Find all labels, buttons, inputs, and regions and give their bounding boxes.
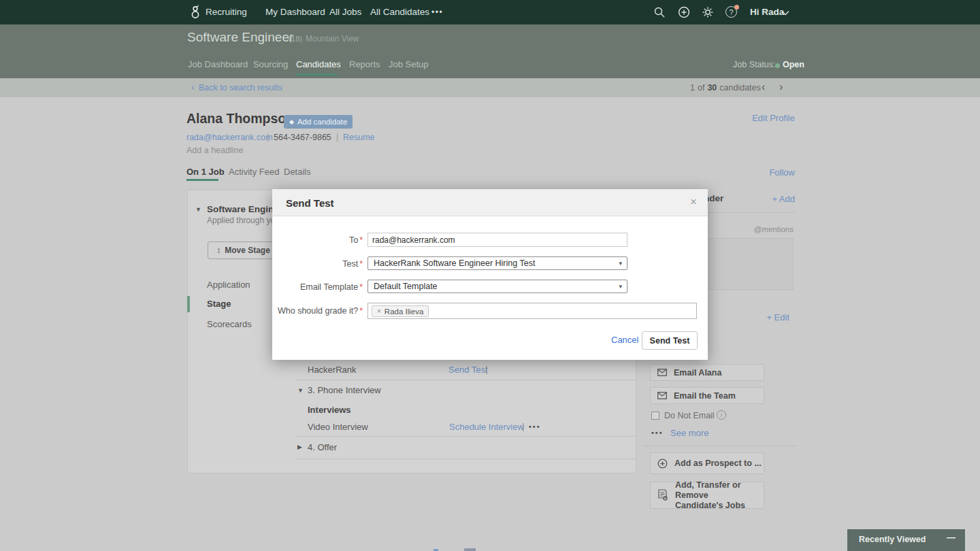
required-marker: *: [359, 306, 363, 316]
resume-link[interactable]: Resume: [343, 133, 375, 142]
add-icon[interactable]: [678, 6, 690, 18]
see-more-link[interactable]: See more: [670, 428, 708, 438]
add-transfer-remove-button[interactable]: Add, Transfer or Remove Candidate's Jobs: [650, 482, 764, 509]
panel-nav-stage[interactable]: Stage: [207, 299, 231, 309]
panel-nav-application[interactable]: Application: [207, 280, 250, 290]
divider: [297, 436, 636, 437]
email-candidate-button[interactable]: Email Alana: [650, 364, 764, 381]
headline-placeholder[interactable]: Add a headline: [186, 146, 243, 155]
greenhouse-logo-icon[interactable]: [188, 5, 203, 20]
modal-header: Send Test ×: [272, 189, 708, 216]
page: Recruiting My Dashboard All Jobs All Can…: [0, 0, 980, 551]
nav-item-all-candidates[interactable]: All Candidates: [370, 0, 429, 24]
tab-job-setup[interactable]: Job Setup: [389, 59, 429, 69]
edit-profile-link[interactable]: Edit Profile: [752, 113, 795, 123]
interviews-heading: Interviews: [308, 405, 351, 415]
page-label: candidates: [719, 83, 760, 93]
separator: |: [522, 421, 524, 431]
email-template-label: Email Template*: [272, 282, 363, 292]
separator: |: [485, 364, 487, 374]
collapse-icon[interactable]: ▼: [297, 387, 304, 394]
expand-icon[interactable]: ▶: [297, 444, 302, 450]
grader-input[interactable]: × Rada Ilieva: [368, 303, 697, 319]
edit-link[interactable]: + Edit: [766, 312, 789, 322]
applied-via: Applied through you: [207, 216, 280, 225]
tab-sourcing[interactable]: Sourcing: [253, 59, 288, 69]
video-interview-label: Video Interview: [308, 422, 368, 432]
prev-candidate-icon[interactable]: ‹: [762, 81, 765, 93]
schedule-interview-link[interactable]: Schedule Interview: [449, 422, 524, 432]
move-stage-button[interactable]: ↕ Move Stage: [208, 241, 279, 259]
follow-link[interactable]: Follow: [769, 167, 795, 178]
do-not-email-checkbox[interactable]: [651, 412, 659, 420]
tab-on-1-job[interactable]: On 1 Job: [186, 167, 225, 177]
nav-more-icon[interactable]: •••: [431, 0, 443, 24]
close-icon[interactable]: ×: [690, 195, 697, 209]
page-of: of: [698, 83, 704, 93]
test-select[interactable]: HackerRank Software Engineer Hiring Test…: [368, 256, 627, 270]
active-tab-underline: [186, 179, 218, 181]
add-transfer-remove-label: Add, Transfer or Remove Candidate's Jobs: [675, 480, 764, 511]
search-icon[interactable]: [653, 6, 666, 18]
job-status-value: Open: [783, 60, 804, 69]
plus-circle-icon: [657, 458, 668, 469]
divider: [297, 380, 636, 380]
tab-reports[interactable]: Reports: [349, 59, 380, 69]
nav-item-my-dashboard[interactable]: My Dashboard: [265, 0, 325, 24]
job-title: Software Engineer: [187, 30, 293, 45]
send-test-button[interactable]: Send Test: [642, 331, 698, 350]
recently-viewed-title: Recently Viewed: [859, 535, 926, 544]
caret-down-icon: ▾: [619, 283, 622, 290]
collapse-icon[interactable]: ▼: [195, 206, 201, 213]
panel-nav-scorecards[interactable]: Scorecards: [207, 319, 252, 329]
add-candidate-label: Add candidate: [297, 118, 348, 126]
chevron-down-icon[interactable]: [781, 10, 789, 16]
active-tab-underline: [296, 73, 337, 76]
status-dot: [775, 63, 780, 68]
nav-item-all-jobs[interactable]: All Jobs: [329, 0, 361, 24]
user-menu[interactable]: Hi Rada: [750, 0, 784, 24]
email-team-button[interactable]: Email the Team: [650, 387, 764, 404]
tab-candidates[interactable]: Candidates: [296, 59, 341, 69]
chip-remove-icon[interactable]: ×: [377, 307, 381, 315]
move-stage-label: Move Stage: [225, 246, 270, 255]
add-as-prospect-label: Add as Prospect to ...: [674, 458, 762, 468]
move-updown-icon: ↕: [216, 246, 220, 255]
add-reminder-link[interactable]: + Add: [772, 194, 795, 204]
add-candidate-badge[interactable]: ◆ Add candidate: [284, 115, 353, 129]
tab-job-dashboard[interactable]: Job Dashboard: [188, 59, 248, 69]
cancel-button[interactable]: Cancel: [611, 335, 638, 345]
send-test-modal: Send Test × To* Test* HackerRank Softwar…: [272, 189, 708, 360]
page-total: 30: [707, 83, 717, 93]
test-label: Test*: [272, 259, 363, 269]
required-marker: *: [359, 282, 363, 292]
next-candidate-icon[interactable]: ›: [779, 81, 783, 93]
required-marker: *: [359, 259, 363, 269]
app-title: Recruiting: [206, 0, 247, 24]
test-vendor: HackerRank: [308, 365, 357, 375]
candidate-email-link[interactable]: rada@hackerrank.com: [186, 133, 273, 142]
back-chevron-icon: ‹: [191, 82, 195, 93]
back-to-results-link[interactable]: Back to search results: [199, 83, 282, 93]
row-more-icon[interactable]: •••: [529, 422, 541, 431]
gear-icon[interactable]: [702, 6, 714, 18]
gem-icon: ◆: [289, 118, 294, 125]
add-as-prospect-button[interactable]: Add as Prospect to ...: [650, 452, 764, 474]
info-icon[interactable]: i: [717, 410, 726, 420]
recently-viewed-panel[interactable]: Recently Viewed —: [847, 529, 965, 551]
to-input[interactable]: [368, 233, 627, 247]
mail-icon: [657, 392, 667, 399]
stage-phone-interview[interactable]: 3. Phone Interview: [308, 385, 381, 395]
bottom-partial-icon-2: [464, 548, 476, 551]
divider: [643, 446, 796, 446]
tab-activity-feed[interactable]: Activity Feed: [229, 167, 279, 177]
email-template-select[interactable]: Default Template ▾: [368, 280, 627, 293]
minimize-icon[interactable]: —: [947, 532, 956, 542]
send-test-link[interactable]: Send Test: [448, 365, 488, 375]
stage-offer[interactable]: 4. Offer: [308, 442, 337, 452]
modal-title: Send Test: [286, 197, 334, 209]
email-template-value: Default Template: [374, 282, 438, 291]
tab-details[interactable]: Details: [284, 167, 311, 177]
notification-dot: [734, 5, 739, 10]
required-marker: *: [359, 235, 363, 245]
